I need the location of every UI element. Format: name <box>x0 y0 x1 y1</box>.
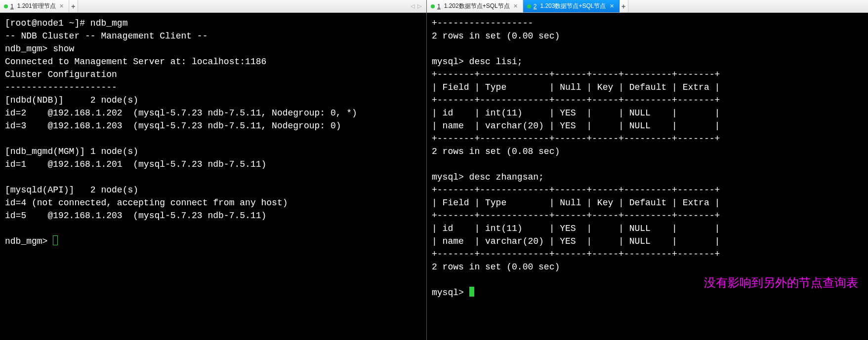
tab-label: 1.203数据节点+SQL节点 <box>540 2 606 10</box>
tab-index: 2 <box>534 3 537 10</box>
left-pane: 1 1.201管理节点 ✕ + ◁ ▷ [root@node1 ~]# ndb_… <box>0 0 427 340</box>
status-dot-icon <box>431 4 435 8</box>
tab-nav-arrows: ◁ ▷ <box>406 0 426 12</box>
status-dot-icon <box>527 4 531 8</box>
add-tab-button[interactable]: + <box>620 0 628 12</box>
tab-label: 1.202数据节点+SQL节点 <box>444 2 510 10</box>
annotation-text: 没有影响到另外的节点查询表 <box>704 275 858 291</box>
tab-index: 1 <box>10 3 14 10</box>
cursor-icon <box>469 287 474 297</box>
right-tabbar: 1 1.202数据节点+SQL节点 ✕ 2 1.203数据节点+SQL节点 ✕ … <box>427 0 868 13</box>
tab-right-2[interactable]: 2 1.203数据节点+SQL节点 ✕ <box>523 0 620 12</box>
chevron-left-icon[interactable]: ◁ <box>411 3 414 9</box>
tab-label: 1.201管理节点 <box>17 2 56 10</box>
close-icon[interactable]: ✕ <box>512 3 519 9</box>
close-icon[interactable]: ✕ <box>58 3 65 9</box>
tab-right-1[interactable]: 1 1.202数据节点+SQL节点 ✕ <box>427 0 523 12</box>
cursor-icon <box>53 235 58 245</box>
left-terminal[interactable]: [root@node1 ~]# ndb_mgm -- NDB Cluster -… <box>0 13 426 340</box>
left-tabbar: 1 1.201管理节点 ✕ + ◁ ▷ <box>0 0 426 13</box>
close-icon[interactable]: ✕ <box>609 3 615 9</box>
status-dot-icon <box>4 4 8 8</box>
right-terminal[interactable]: +------------------ 2 rows in set (0.00 … <box>427 13 868 340</box>
chevron-right-icon[interactable]: ▷ <box>417 3 421 9</box>
right-pane: 1 1.202数据节点+SQL节点 ✕ 2 1.203数据节点+SQL节点 ✕ … <box>427 0 868 340</box>
add-tab-button[interactable]: + <box>69 0 78 12</box>
tab-left-1[interactable]: 1 1.201管理节点 ✕ <box>0 0 69 12</box>
tab-index: 1 <box>437 3 441 10</box>
